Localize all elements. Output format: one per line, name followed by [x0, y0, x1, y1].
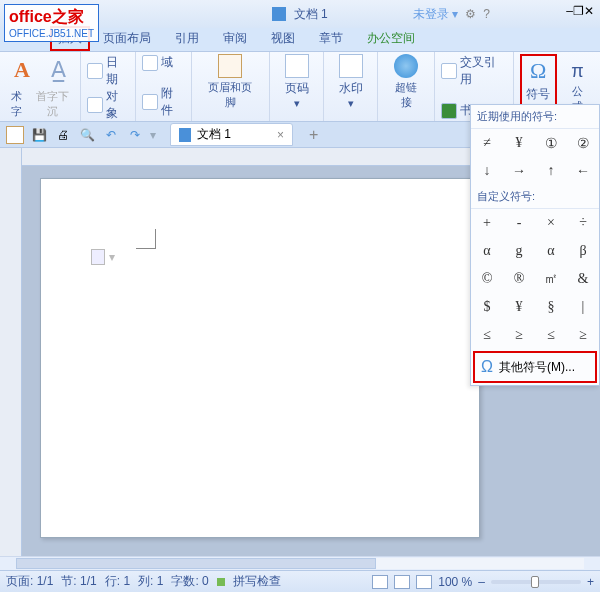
document-page[interactable]: ▾ — [40, 178, 480, 538]
status-page[interactable]: 页面: 1/1 — [6, 573, 53, 590]
page-icon — [91, 249, 105, 265]
vertical-ruler — [0, 148, 22, 556]
preview-icon[interactable]: 🔍 — [78, 126, 96, 144]
date-button[interactable]: 日期 — [87, 54, 129, 88]
symbol-cell[interactable]: ① — [535, 129, 567, 157]
symbol-cell[interactable]: ≥ — [567, 321, 599, 349]
spell-indicator-icon — [217, 578, 225, 586]
symbol-cell[interactable]: ↓ — [471, 157, 503, 185]
tab-review[interactable]: 审阅 — [212, 25, 258, 51]
omega-small-icon: Ω — [481, 358, 493, 376]
tab-ref[interactable]: 引用 — [164, 25, 210, 51]
field-button[interactable]: 域 — [142, 54, 184, 71]
symbol-cell[interactable]: β — [567, 237, 599, 265]
zoom-in-button[interactable]: + — [587, 575, 594, 589]
cursor-mark — [136, 229, 156, 249]
pi-icon: π — [571, 61, 583, 82]
page-number-button[interactable]: 页码▾ — [276, 54, 317, 110]
view-mode-3[interactable] — [416, 575, 432, 589]
view-mode-2[interactable] — [394, 575, 410, 589]
cross-ref-button[interactable]: 交叉引用 — [441, 54, 507, 88]
symbol-cell[interactable]: ≤ — [535, 321, 567, 349]
symbol-cell[interactable]: § — [535, 293, 567, 321]
doc-icon — [272, 7, 286, 21]
recent-symbols-header: 近期使用的符号: — [471, 105, 599, 129]
symbol-cell[interactable]: → — [503, 157, 535, 185]
status-spell[interactable]: 拼写检查 — [233, 573, 281, 590]
custom-symbols-header: 自定义符号: — [471, 185, 599, 209]
symbol-cell[interactable]: ÷ — [567, 209, 599, 237]
hyperlink-button[interactable]: 超链接 — [384, 54, 428, 110]
gear-icon[interactable]: ⚙ — [465, 7, 476, 21]
view-mode-1[interactable] — [372, 575, 388, 589]
symbol-cell[interactable]: α — [535, 237, 567, 265]
bookmark-icon — [441, 103, 457, 119]
attachment-icon — [142, 94, 158, 110]
help-icon[interactable]: ? — [483, 7, 490, 21]
zoom-out-button[interactable]: – — [478, 575, 485, 589]
tab-view[interactable]: 视图 — [260, 25, 306, 51]
page-indicator: ▾ — [91, 249, 115, 265]
symbol-cell[interactable]: ≤ — [471, 321, 503, 349]
symbol-cell[interactable]: ¥ — [503, 293, 535, 321]
symbol-cell[interactable]: & — [567, 265, 599, 293]
tab-layout[interactable]: 页面布局 — [92, 25, 162, 51]
attachment-button[interactable]: 附件 — [142, 85, 184, 119]
symbol-cell[interactable]: ② — [567, 129, 599, 157]
symbol-cell[interactable]: ↑ — [535, 157, 567, 185]
date-icon — [87, 63, 103, 79]
status-line[interactable]: 行: 1 — [105, 573, 130, 590]
wordart-icon[interactable]: A — [6, 54, 38, 86]
doc-tab-name: 文档 1 — [197, 126, 231, 143]
status-bar: 页面: 1/1 节: 1/1 行: 1 列: 1 字数: 0 拼写检查 100 … — [0, 570, 600, 592]
zoom-slider[interactable] — [491, 580, 581, 584]
symbol-dropdown: 近期使用的符号: ≠¥①②↓→↑← 自定义符号: +-×÷αgαβ©®㎡&$¥§… — [470, 104, 600, 386]
horizontal-scrollbar[interactable] — [0, 556, 600, 570]
save-icon[interactable]: 💾 — [30, 126, 48, 144]
symbol-cell[interactable]: ≥ — [503, 321, 535, 349]
more-symbols-button[interactable]: Ω 其他符号(M)... — [473, 351, 597, 383]
tab-chapter[interactable]: 章节 — [308, 25, 354, 51]
field-icon — [142, 55, 158, 71]
omega-icon: Ω — [530, 58, 546, 84]
new-tab-button[interactable]: + — [309, 126, 318, 144]
close-tab-icon[interactable]: × — [277, 128, 284, 142]
status-words[interactable]: 字数: 0 — [171, 573, 208, 590]
symbol-cell[interactable]: + — [471, 209, 503, 237]
minimize-button[interactable]: – — [566, 4, 573, 18]
symbol-cell[interactable]: g — [503, 237, 535, 265]
symbol-cell[interactable]: ® — [503, 265, 535, 293]
status-col[interactable]: 列: 1 — [138, 573, 163, 590]
tab-office-space[interactable]: 办公空间 — [356, 25, 426, 51]
status-section[interactable]: 节: 1/1 — [61, 573, 96, 590]
dropcap-label: 首字下沉 — [31, 89, 74, 119]
symbol-cell[interactable]: α — [471, 237, 503, 265]
more-symbols-label: 其他符号(M)... — [499, 359, 575, 376]
symbol-cell[interactable]: ← — [567, 157, 599, 185]
symbol-cell[interactable]: | — [567, 293, 599, 321]
object-button[interactable]: 对象 — [87, 88, 129, 122]
symbol-cell[interactable]: - — [503, 209, 535, 237]
globe-icon — [394, 54, 418, 78]
symbol-cell[interactable]: × — [535, 209, 567, 237]
watermark-button[interactable]: 水印▾ — [330, 54, 371, 110]
symbol-cell[interactable]: ¥ — [503, 129, 535, 157]
object-icon — [87, 97, 103, 113]
restore-button[interactable]: ❐ — [573, 4, 584, 18]
symbol-cell[interactable]: $ — [471, 293, 503, 321]
zoom-level[interactable]: 100 % — [438, 575, 472, 589]
redo-icon[interactable]: ↷ — [126, 126, 144, 144]
header-footer-button[interactable]: 页眉和页脚 — [198, 54, 264, 110]
dropcap-icon[interactable]: A̲ — [42, 54, 74, 86]
close-button[interactable]: ✕ — [584, 4, 594, 18]
login-area[interactable]: 未登录 ▾ ⚙ ? — [413, 6, 490, 23]
new-icon[interactable] — [6, 126, 24, 144]
header-footer-icon — [218, 54, 242, 78]
document-tab[interactable]: 文档 1 × — [170, 123, 293, 146]
symbol-cell[interactable]: ≠ — [471, 129, 503, 157]
undo-icon[interactable]: ↶ — [102, 126, 120, 144]
symbol-cell[interactable]: ㎡ — [535, 265, 567, 293]
watermark-overlay: office之家 OFFICE.JB51.NET — [4, 4, 99, 42]
symbol-cell[interactable]: © — [471, 265, 503, 293]
print-icon[interactable]: 🖨 — [54, 126, 72, 144]
